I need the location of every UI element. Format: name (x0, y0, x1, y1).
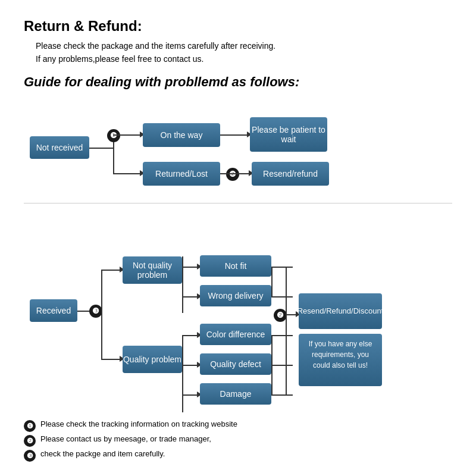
note-1: ❶ Please check the tracking information … (24, 419, 452, 432)
not-fit-box: Not fit (200, 255, 271, 277)
damage-box: Damage (200, 383, 271, 405)
quality-defect-box: Quality defect (200, 353, 271, 375)
badge-3: ❸ (89, 305, 102, 318)
badge-2-top: ❷ (226, 168, 239, 181)
footer-notes: ❶ Please check the tracking information … (24, 419, 452, 464)
note-badge-1: ❶ (24, 420, 36, 432)
quality-problem-box: Quality problem (123, 346, 182, 373)
note-3: ❸ check the packge and item carefully. (24, 449, 452, 462)
wrong-delivery-box: Wrong delivery (200, 285, 271, 306)
note-badge-3: ❸ (24, 450, 36, 462)
please-be-patient-box: Please be patient to wait (250, 117, 327, 152)
if-you-have-box: If you have any else requirements, you c… (299, 334, 382, 386)
note-badge-2: ❷ (24, 435, 36, 447)
note-2: ❷ Please contact us by meesage, or trade… (24, 434, 452, 447)
returned-lost-box: Returned/Lost (143, 162, 220, 186)
resend-refund-top-box: Resend/refund (252, 162, 329, 186)
badge-2-bottom: ❷ (274, 309, 287, 322)
not-quality-problem-box: Not quality problem (123, 256, 182, 284)
guide-title: Guide for dealing with probllemd as foll… (24, 74, 452, 90)
color-difference-box: Color difference (200, 324, 271, 345)
subtitle: Please check the package and the items c… (36, 39, 452, 66)
on-the-way-box: On the way (143, 123, 220, 147)
received-box: Received (30, 299, 77, 322)
badge-1-top: ❶ (107, 129, 120, 142)
page: Return & Refund: Please check the packag… (0, 0, 476, 476)
title: Return & Refund: (24, 18, 452, 35)
not-received-box: Not received (30, 136, 89, 159)
resend-refund-discount-box: Resend/Refund/Discount (299, 293, 382, 329)
